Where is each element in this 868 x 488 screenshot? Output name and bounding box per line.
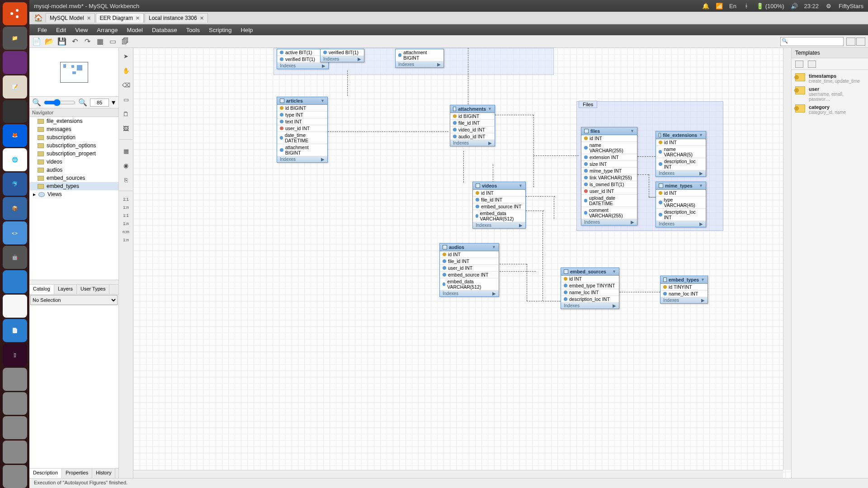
table-column[interactable]: id INT: [656, 190, 706, 197]
app-icon[interactable]: [3, 465, 27, 488]
expand-icon[interactable]: ▶: [699, 171, 703, 176]
search-input[interactable]: [780, 37, 844, 46]
menu-scripting[interactable]: Scripting: [204, 27, 236, 33]
redo-button[interactable]: ↷: [83, 37, 92, 46]
expand-icon[interactable]: ▸: [33, 191, 36, 197]
align-button[interactable]: ▭: [108, 37, 117, 46]
tab-layers[interactable]: Layers: [54, 285, 77, 294]
relation-line[interactable]: [347, 70, 348, 96]
chrome-icon[interactable]: 🌐: [3, 148, 27, 171]
table-header[interactable]: embed_sources▼: [561, 268, 619, 276]
firefox-icon[interactable]: 🦊: [3, 124, 27, 147]
layer-tool[interactable]: ▭: [121, 94, 132, 105]
relation-line[interactable]: [542, 211, 543, 301]
table-column[interactable]: embed_data VARCHAR(512): [473, 210, 525, 222]
app-icon[interactable]: [3, 295, 27, 318]
table-column[interactable]: verified BIT(1): [321, 49, 364, 56]
menu-arrange[interactable]: Arrange: [92, 27, 122, 33]
tab-mysql-model[interactable]: MySQL Model✕: [46, 13, 95, 23]
table-header[interactable]: videos▼: [473, 182, 525, 190]
tab-user-types[interactable]: User Types: [77, 285, 109, 294]
toggle-sidebar-button[interactable]: [846, 38, 855, 46]
tree-table-node[interactable]: subscription: [29, 133, 118, 141]
expand-icon[interactable]: ▶: [358, 56, 361, 61]
table-column[interactable]: id BIGINT: [450, 113, 495, 120]
toggle-panel-button[interactable]: [856, 38, 865, 46]
export-button[interactable]: 🗐: [121, 37, 130, 46]
open-file-button[interactable]: 📂: [45, 37, 54, 46]
canvas-horizontal-scrollbar[interactable]: [133, 470, 783, 478]
tree-table-node[interactable]: embed_sources: [29, 174, 118, 182]
table-tool[interactable]: ▦: [121, 145, 132, 156]
table-column[interactable]: id TINYINT: [660, 284, 708, 291]
tab-local-instance[interactable]: Local instance 3306✕: [145, 13, 208, 23]
table-column[interactable]: id INT: [581, 135, 637, 142]
terminal-icon[interactable]: ▯: [3, 343, 27, 366]
table-column[interactable]: comment VARCHAR(255): [581, 207, 637, 219]
table-column[interactable]: description_loc INT: [656, 209, 706, 221]
expand-icon[interactable]: ▶: [613, 303, 616, 308]
table-column[interactable]: video_id INT: [450, 127, 495, 133]
entity-table-audios[interactable]: audios▼id INTfile_id INTuser_id INTembed…: [439, 243, 499, 297]
tree-table-node[interactable]: file_extensions: [29, 117, 118, 125]
close-icon[interactable]: ✕: [200, 15, 204, 21]
collapse-icon[interactable]: ▼: [492, 245, 496, 249]
table-column[interactable]: user_id INT: [277, 125, 327, 132]
template-item[interactable]: timestampscreate_time, update_time: [793, 72, 866, 85]
table-column[interactable]: description_loc INT: [656, 158, 706, 170]
table-column[interactable]: name VARCHAR(255): [581, 142, 637, 154]
collapse-icon[interactable]: ▼: [699, 183, 703, 188]
table-column[interactable]: id INT: [473, 190, 525, 197]
app-icon[interactable]: [3, 441, 27, 464]
zoom-in-icon[interactable]: 🔍: [78, 98, 87, 107]
table-column[interactable]: date_time DATETIME: [277, 132, 327, 144]
collapse-icon[interactable]: ▼: [699, 133, 703, 137]
app-icon[interactable]: [3, 416, 27, 439]
relation-line[interactable]: [500, 264, 527, 264]
entity-table-articles[interactable]: articles▼id BIGINTtype INTtext INTuser_i…: [277, 97, 328, 163]
collapse-icon[interactable]: ▼: [612, 269, 616, 274]
table-column[interactable]: file_id INT: [440, 258, 499, 265]
relation-line[interactable]: [533, 155, 579, 156]
menu-view[interactable]: View: [71, 27, 92, 33]
zoom-out-icon[interactable]: 🔍: [32, 98, 41, 107]
menu-tools[interactable]: Tools: [182, 27, 204, 33]
table-column[interactable]: type VARCHAR(45): [656, 197, 706, 209]
relation-line[interactable]: [495, 115, 533, 115]
tab-description[interactable]: Description: [29, 469, 62, 478]
table-column[interactable]: name_loc INT: [660, 291, 708, 297]
relation-line[interactable]: [649, 197, 656, 197]
entity-table-file_extensions[interactable]: file_extensions▼id INTname VARCHAR(5)des…: [656, 131, 706, 177]
table-header[interactable]: audios▼: [440, 244, 499, 251]
table-column[interactable]: audio_id INT: [450, 133, 495, 140]
table-column[interactable]: size INT: [581, 161, 637, 168]
expand-icon[interactable]: ▶: [699, 221, 703, 226]
relation-line[interactable]: [328, 131, 448, 132]
template-open-button[interactable]: [795, 61, 803, 68]
tab-eer-diagram[interactable]: EER Diagram✕: [96, 13, 144, 23]
table-indexes-section[interactable]: Indexes▶: [450, 140, 495, 146]
entity-table-mime_types[interactable]: mime_types▼id INTtype VARCHAR(45)descrip…: [656, 182, 706, 227]
expand-icon[interactable]: ▶: [519, 223, 523, 228]
app-icon[interactable]: 🤖: [3, 246, 27, 269]
table-column[interactable]: embed_data VARCHAR(512): [440, 278, 499, 291]
tab-catalog[interactable]: Catalog: [29, 285, 54, 294]
catalog-tree[interactable]: file_extensionsmessagessubscriptionsubsc…: [29, 117, 118, 280]
expand-icon[interactable]: ▶: [321, 157, 325, 162]
tab-properties[interactable]: Properties: [62, 469, 92, 478]
table-column[interactable]: embed_type TINYINT: [561, 282, 619, 289]
hand-tool[interactable]: ✋: [121, 65, 132, 76]
relation-line[interactable]: [526, 196, 555, 197]
relation-1-1-tool[interactable]: 1:1: [120, 213, 132, 218]
app-icon[interactable]: [3, 368, 27, 391]
entity-table-embed_types[interactable]: embed_types▼id TINYINTname_loc INTIndexe…: [660, 276, 708, 304]
tree-scrollbar[interactable]: [29, 280, 118, 284]
new-file-button[interactable]: 📄: [32, 37, 41, 46]
tree-table-node[interactable]: videos: [29, 158, 118, 166]
relation-line[interactable]: [637, 174, 649, 175]
user-menu[interactable]: FiftyStars: [839, 3, 863, 9]
entity-table-attachments[interactable]: attachments▼id BIGINTfile_id INTvideo_id…: [450, 105, 495, 146]
entity-table-embed_sources[interactable]: embed_sources▼id INTembed_type TINYINTna…: [561, 267, 619, 309]
expand-icon[interactable]: ▶: [437, 62, 441, 67]
relation-line[interactable]: [463, 151, 464, 183]
